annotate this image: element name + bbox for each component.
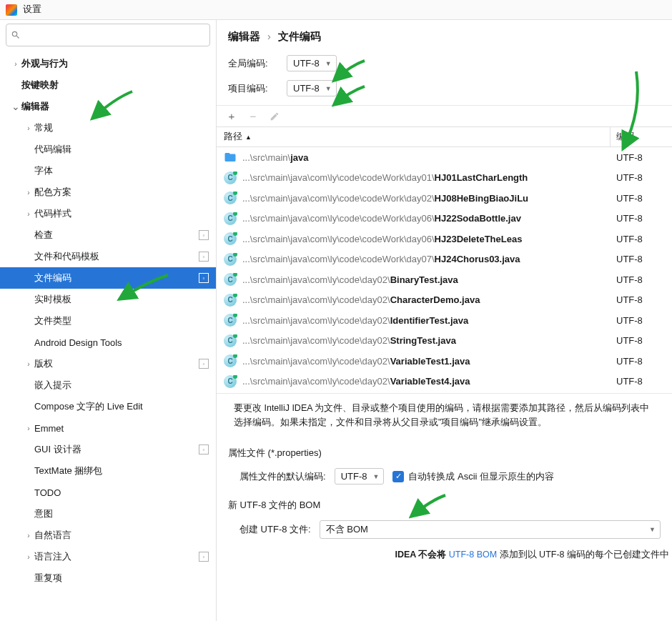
class-file-icon: C: [224, 334, 237, 347]
file-encoding[interactable]: UTF-8: [611, 356, 672, 367]
sidebar-item-label: 代码样式: [34, 207, 209, 220]
chevron-right-icon[interactable]: ›: [23, 360, 34, 368]
sidebar-item-label: 文件类型: [34, 314, 209, 327]
sidebar-item-label: 嵌入提示: [34, 379, 209, 392]
sidebar-item[interactable]: 实时模板: [0, 289, 216, 310]
class-file-icon: C: [224, 294, 237, 307]
search-input[interactable]: [24, 30, 205, 41]
sidebar-item[interactable]: ›常规: [0, 117, 216, 139]
table-row[interactable]: C...\src\main\java\com\ly\code\day02\Bin…: [217, 269, 672, 290]
table-row[interactable]: C...\src\main\java\com\ly\code\day02\Cha…: [217, 290, 672, 311]
chevron-right-icon[interactable]: ›: [10, 60, 21, 68]
class-file-icon: C: [224, 253, 237, 266]
global-encoding-combo[interactable]: UTF-8 ▼: [287, 55, 337, 71]
chevron-right-icon[interactable]: ›: [23, 553, 34, 561]
col-encoding[interactable]: 编码: [611, 131, 672, 143]
file-encoding[interactable]: UTF-8: [611, 376, 672, 387]
class-file-icon: C: [224, 314, 237, 327]
project-scope-icon: ▫: [199, 252, 209, 262]
project-scope-icon: ▫: [199, 273, 209, 283]
sidebar-item[interactable]: ›语言注入▫: [0, 546, 216, 567]
sidebar-item[interactable]: 检查▫: [0, 224, 216, 246]
file-path: ...\src\main\java: [242, 152, 309, 163]
chevron-right-icon[interactable]: ›: [23, 424, 34, 432]
crumb-parent[interactable]: 编辑器: [228, 31, 260, 42]
sidebar-item[interactable]: 字体: [0, 160, 216, 182]
bom-section-title: 新 UTF-8 文件的 BOM: [217, 489, 672, 516]
file-path: ...\src\main\java\com\ly\code\codeWork\d…: [242, 234, 522, 244]
project-encoding-combo[interactable]: UTF-8 ▼: [287, 80, 337, 96]
chevron-down-icon: ▼: [325, 85, 332, 92]
file-path: ...\src\main\java\com\ly\code\day02\Char…: [242, 294, 480, 305]
sidebar-item[interactable]: 嵌入提示: [0, 374, 216, 396]
chevron-right-icon[interactable]: ›: [23, 124, 34, 132]
sidebar-item[interactable]: TODO: [0, 482, 216, 503]
file-encoding[interactable]: UTF-8: [611, 213, 672, 224]
table-row[interactable]: ...\src\main\javaUTF-8: [217, 147, 672, 168]
sidebar-item[interactable]: 文件和代码模板▫: [0, 246, 216, 267]
col-path[interactable]: 路径 ▲: [217, 127, 611, 146]
sidebar-item-label: 实时模板: [34, 293, 209, 306]
sidebar-item[interactable]: ›代码样式: [0, 203, 216, 224]
table-row[interactable]: C...\src\main\java\com\ly\code\codeWork\…: [217, 188, 672, 209]
file-encoding[interactable]: UTF-8: [611, 335, 672, 346]
file-encoding[interactable]: UTF-8: [611, 234, 672, 244]
sidebar-item[interactable]: ›版权▫: [0, 353, 216, 374]
sidebar-item[interactable]: ›Emmet: [0, 417, 216, 439]
bom-combo[interactable]: 不含 BOM ▼: [320, 520, 661, 539]
sort-asc-icon: ▲: [245, 134, 252, 141]
file-encoding[interactable]: UTF-8: [611, 315, 672, 326]
sidebar-item-label: Android Design Tools: [34, 337, 209, 348]
sidebar-item-label: Emmet: [34, 423, 209, 434]
sidebar-item[interactable]: 文件编码▫: [0, 267, 216, 289]
sidebar-item[interactable]: Compose 文字的 Live Edit: [0, 396, 216, 417]
table-row[interactable]: C...\src\main\java\com\ly\code\day02\Ide…: [217, 310, 672, 331]
sidebar-item[interactable]: ›配色方案: [0, 182, 216, 203]
table-row[interactable]: C...\src\main\java\com\ly\code\codeWork\…: [217, 209, 672, 229]
file-encoding[interactable]: UTF-8: [611, 294, 672, 305]
sidebar-item[interactable]: 文件类型: [0, 310, 216, 332]
sidebar-item[interactable]: ⌄编辑器: [0, 96, 216, 117]
file-encoding[interactable]: UTF-8: [611, 152, 672, 163]
sidebar-item[interactable]: 代码编辑: [0, 139, 216, 160]
props-encoding-combo[interactable]: UTF-8 ▼: [335, 468, 385, 485]
file-path: ...\src\main\java\com\ly\code\day02\Stri…: [242, 335, 456, 346]
table-row[interactable]: C...\src\main\java\com\ly\code\day02\Str…: [217, 331, 672, 352]
project-encoding-label: 项目编码:: [228, 82, 278, 95]
ascii-checkbox[interactable]: ✓ 自动转换成 Ascii 但显示原生的内容: [392, 470, 554, 483]
file-encoding[interactable]: UTF-8: [611, 193, 672, 204]
sidebar-item[interactable]: 重复项: [0, 567, 216, 589]
class-file-icon: C: [224, 354, 237, 367]
edit-button[interactable]: [267, 109, 282, 124]
sidebar-item[interactable]: GUI 设计器▫: [0, 439, 216, 460]
sidebar-item[interactable]: 意图: [0, 503, 216, 525]
file-encoding[interactable]: UTF-8: [611, 274, 672, 285]
table-row[interactable]: C...\src\main\java\com\ly\code\codeWork\…: [217, 168, 672, 189]
search-box[interactable]: [6, 24, 210, 46]
props-section-title: 属性文件 (*.properties): [217, 437, 672, 464]
chevron-right-icon[interactable]: ›: [23, 210, 34, 218]
table-row[interactable]: C...\src\main\java\com\ly\code\day02\Var…: [217, 372, 672, 392]
chevron-right-icon: ›: [267, 31, 271, 42]
window-title: 设置: [23, 4, 41, 16]
bom-link[interactable]: UTF-8 BOM: [449, 550, 497, 560]
table-row[interactable]: C...\src\main\java\com\ly\code\codeWork\…: [217, 229, 672, 249]
file-encoding[interactable]: UTF-8: [611, 254, 672, 264]
chevron-right-icon[interactable]: ›: [23, 189, 34, 197]
remove-button[interactable]: −: [245, 109, 261, 124]
sidebar-item-label: 文件编码: [34, 272, 194, 284]
add-button[interactable]: +: [224, 109, 239, 124]
table-row[interactable]: C...\src\main\java\com\ly\code\day02\Var…: [217, 351, 672, 372]
table-row[interactable]: C...\src\main\java\com\ly\code\codeWork\…: [217, 249, 672, 270]
sidebar-item-label: 编辑器: [21, 100, 209, 113]
chevron-down-icon[interactable]: ⌄: [10, 101, 21, 112]
sidebar-item[interactable]: ›外观与行为: [0, 53, 216, 74]
hint-text: 要更改 IntelliJ IDEA 为文件、目录或整个项目使用的编码，请根据需要…: [217, 393, 672, 437]
chevron-right-icon[interactable]: ›: [23, 532, 34, 540]
sidebar-item[interactable]: TextMate 捆绑包: [0, 460, 216, 482]
sidebar-item-label: 代码编辑: [34, 143, 209, 156]
sidebar-item[interactable]: Android Design Tools: [0, 332, 216, 353]
file-encoding[interactable]: UTF-8: [611, 172, 672, 183]
sidebar-item[interactable]: ›自然语言: [0, 525, 216, 546]
sidebar-item[interactable]: 按键映射: [0, 74, 216, 96]
